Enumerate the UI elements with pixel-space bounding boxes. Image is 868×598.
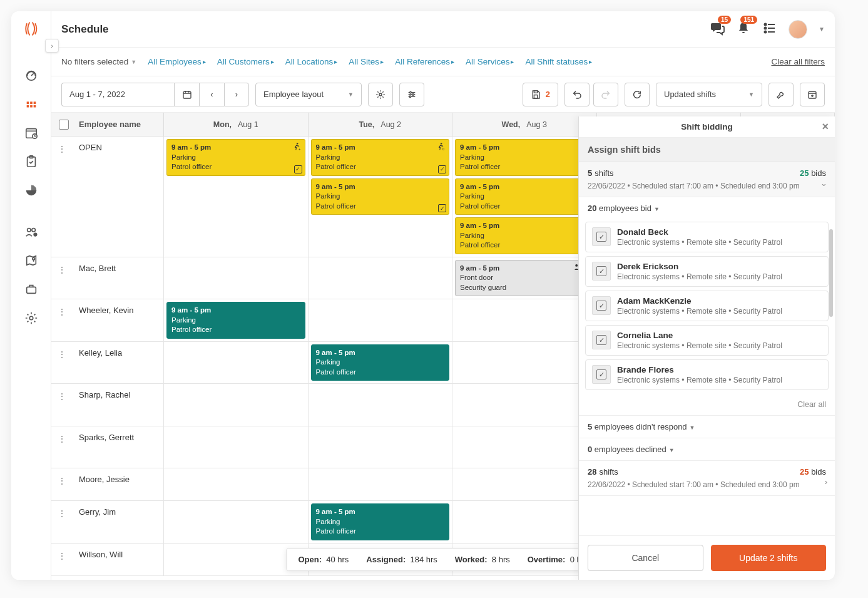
sidebar-collapse[interactable]: ›: [45, 39, 59, 53]
refresh-button[interactable]: [625, 83, 650, 106]
filter-statuses[interactable]: All Shift statuses▸: [525, 57, 592, 66]
undo-button[interactable]: [564, 83, 590, 106]
day-cell[interactable]: 9 am - 5 pmParkingPatrol officer0✓9 am -…: [309, 137, 453, 257]
save-button[interactable]: 2: [523, 83, 558, 106]
bid-employee-card[interactable]: ✓ Adam MackKenzie Electronic systems • R…: [585, 291, 829, 321]
row-menu[interactable]: ⋮: [58, 265, 66, 275]
redo-button[interactable]: [593, 83, 618, 106]
day-cell[interactable]: [309, 257, 453, 299]
day-cell[interactable]: [309, 426, 453, 468]
filter-references[interactable]: All References▸: [395, 57, 454, 66]
shift-card[interactable]: 9 am - 5 pmParkingPatrol officer: [166, 302, 305, 339]
day-cell[interactable]: 9 am - 5 pmParkingPatrol officer+✓9 am -…: [452, 137, 597, 257]
toolbar-settings[interactable]: [368, 83, 393, 106]
messages-button[interactable]: 15: [710, 21, 725, 38]
notifications-button[interactable]: 151: [736, 21, 751, 38]
nav-schedule[interactable]: [19, 91, 44, 116]
group-expand-2[interactable]: ›: [825, 477, 827, 487]
day-cell[interactable]: [309, 299, 453, 341]
row-menu[interactable]: ⋮: [58, 508, 66, 518]
day-cell[interactable]: [164, 501, 309, 543]
day-cell[interactable]: [452, 426, 597, 468]
update-shifts-button[interactable]: Update 2 shifts: [711, 545, 827, 571]
nav-map[interactable]: [19, 248, 44, 273]
day-cell[interactable]: [164, 468, 309, 500]
add-shift-button[interactable]: [800, 83, 825, 106]
shift-card[interactable]: 9 am - 5 pmParkingPatrol officer✓: [311, 178, 450, 215]
nav-reports[interactable]: [19, 178, 44, 203]
panel-close[interactable]: ×: [822, 120, 829, 133]
shift-card[interactable]: 9 am - 5 pmParkingPatrol officer+✓: [455, 178, 594, 215]
row-menu[interactable]: ⋮: [58, 434, 66, 444]
calendar-picker[interactable]: [174, 83, 199, 106]
day-cell[interactable]: 9 am - 5 pmParkingPatrol officer: [164, 299, 309, 341]
layout-select[interactable]: Employee layout▼: [255, 83, 362, 106]
employees-bid-toggle[interactable]: 20 employees bid▼: [579, 197, 835, 219]
filter-sites[interactable]: All Sites▸: [349, 57, 384, 66]
day-cell[interactable]: [164, 342, 309, 384]
day-cell[interactable]: [452, 342, 597, 384]
day-cell[interactable]: 9 am - 5 pmFront doorSecurity guard✓: [452, 257, 597, 299]
filter-employees[interactable]: All Employees▸: [148, 57, 206, 66]
clear-all-selection[interactable]: Clear all: [579, 396, 835, 415]
tools-button[interactable]: [768, 83, 794, 106]
no-response-toggle[interactable]: 5 employees didn't respond▼: [579, 415, 835, 438]
employee-checkbox[interactable]: ✓: [592, 365, 611, 384]
employee-checkbox[interactable]: ✓: [592, 262, 611, 281]
nav-calendar[interactable]: [19, 120, 44, 145]
day-cell[interactable]: 9 am - 5 pmParkingPatrol officer: [309, 342, 453, 384]
shift-group-2[interactable]: 28shifts 25 bids › 22/06/2022 • Schedule…: [579, 461, 835, 496]
day-cell[interactable]: [309, 468, 453, 500]
filters-none[interactable]: No filters selected ▼: [61, 57, 136, 66]
bid-employee-card[interactable]: ✓ Cornelia Lane Electronic systems • Rem…: [585, 325, 829, 356]
row-menu[interactable]: ⋮: [58, 476, 66, 486]
shift-card[interactable]: 9 am - 5 pmParkingPatrol officer+✓: [166, 139, 305, 176]
day-cell[interactable]: [164, 257, 309, 299]
group-collapse-1[interactable]: ⌄: [820, 178, 827, 188]
nav-work[interactable]: [19, 277, 44, 302]
user-menu-caret[interactable]: ▼: [819, 26, 825, 33]
user-avatar[interactable]: [789, 20, 807, 39]
nav-tasks[interactable]: [19, 149, 44, 174]
updated-select[interactable]: Updated shifts▼: [656, 83, 762, 106]
declined-toggle[interactable]: 0 employees declined▼: [579, 438, 835, 461]
nav-settings[interactable]: [19, 306, 44, 331]
shift-card[interactable]: 9 am - 5 pmParkingPatrol officer0✓: [311, 139, 450, 176]
bid-employee-card[interactable]: ✓ Brande Flores Electronic systems • Rem…: [585, 359, 829, 390]
filter-services[interactable]: All Services▸: [466, 57, 514, 66]
day-cell[interactable]: [452, 468, 597, 500]
row-menu[interactable]: ⋮: [58, 551, 66, 561]
day-cell[interactable]: [452, 299, 597, 341]
row-menu[interactable]: ⋮: [58, 349, 66, 359]
cancel-button[interactable]: Cancel: [588, 545, 703, 571]
day-cell[interactable]: [164, 426, 309, 468]
shift-card[interactable]: 9 am - 5 pmParkingPatrol officer: [311, 344, 450, 381]
day-cell[interactable]: 9 am - 5 pmParkingPatrol officer+✓: [164, 137, 309, 257]
employee-checkbox[interactable]: ✓: [592, 331, 611, 349]
day-cell[interactable]: [164, 384, 309, 426]
nav-people[interactable]: [19, 219, 44, 244]
day-cell[interactable]: [452, 384, 597, 426]
row-menu[interactable]: ⋮: [58, 144, 66, 154]
bid-employee-card[interactable]: ✓ Donald Beck Electronic systems • Remot…: [585, 222, 829, 252]
next-week[interactable]: ›: [224, 83, 249, 106]
shift-card[interactable]: 9 am - 5 pmParkingPatrol officer: [311, 503, 450, 540]
row-menu[interactable]: ⋮: [58, 307, 66, 317]
prev-week[interactable]: ‹: [199, 83, 224, 106]
filter-locations[interactable]: All Locations▸: [285, 57, 338, 66]
employee-checkbox[interactable]: ✓: [592, 227, 611, 246]
row-menu[interactable]: ⋮: [58, 391, 66, 401]
shift-card[interactable]: 9 am - 5 pmParkingPatrol officer+✓: [455, 139, 594, 176]
filter-customers[interactable]: All Customers▸: [217, 57, 274, 66]
day-cell[interactable]: [452, 501, 597, 543]
toolbar-adjust[interactable]: [399, 83, 424, 106]
day-cell[interactable]: 9 am - 5 pmParkingPatrol officer: [309, 501, 453, 543]
day-cell[interactable]: [309, 384, 453, 426]
shift-card[interactable]: 9 am - 5 pmParkingPatrol officer✓: [455, 217, 594, 254]
panel-scrollbar[interactable]: [829, 229, 833, 317]
shift-card[interactable]: 9 am - 5 pmFront doorSecurity guard✓: [455, 260, 594, 297]
clear-filters[interactable]: Clear all filters: [771, 57, 825, 66]
date-range-input[interactable]: Aug 1 - 7, 2022: [61, 83, 174, 106]
bid-employee-card[interactable]: ✓ Derek Erickson Electronic systems • Re…: [585, 256, 829, 287]
employee-checkbox[interactable]: ✓: [592, 296, 611, 315]
